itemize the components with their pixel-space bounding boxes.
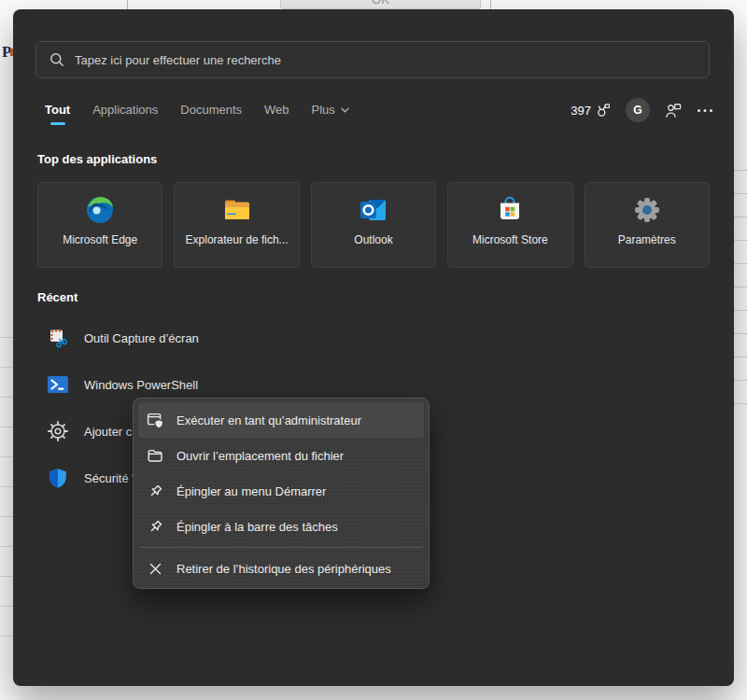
context-menu: Exécuter en tant qu’administrateur Ouvri… <box>133 398 430 589</box>
menu-item-remove-from-history[interactable]: Retirer de l’historique des périphérique… <box>138 551 424 586</box>
remove-x-icon <box>147 560 164 578</box>
background-table-rows <box>734 147 747 418</box>
recent-item-snipping-tool[interactable]: Outil Capture d’écran <box>37 315 439 360</box>
more-options-icon[interactable] <box>697 108 713 113</box>
section-title-recent: Récent <box>37 290 78 304</box>
chevron-down-icon <box>341 107 349 113</box>
menu-item-label: Épingler au menu Démarrer <box>176 484 326 498</box>
app-tile-label: Outlook <box>354 233 392 246</box>
tab-web[interactable]: Web <box>264 103 289 117</box>
run-as-admin-icon <box>147 412 164 429</box>
section-title-top-apps: Top des applications <box>37 152 157 166</box>
pin-icon <box>147 518 164 536</box>
snipping-tool-icon <box>47 327 69 349</box>
account-avatar[interactable]: G <box>626 98 650 122</box>
recent-item-label: Ajouter c <box>84 425 132 439</box>
menu-item-pin-to-taskbar[interactable]: Épingler à la barre des tâches <box>138 509 424 544</box>
app-tile-label: Paramètres <box>618 233 676 246</box>
edge-icon <box>85 195 115 225</box>
recent-item-label: Windows PowerShell <box>84 378 198 392</box>
gear-outline-icon <box>47 420 69 442</box>
menu-divider <box>140 547 422 548</box>
rewards-medal-icon <box>596 103 612 118</box>
powershell-icon <box>47 373 69 396</box>
menu-item-label: Retirer de l’historique des périphérique… <box>176 562 391 576</box>
outlook-icon <box>359 195 388 225</box>
pin-icon <box>147 483 164 500</box>
header-right-cluster: 397 G <box>571 97 713 123</box>
tab-plus[interactable]: Plus <box>312 103 349 117</box>
microsoft-store-icon <box>495 195 525 225</box>
file-explorer-folder-icon <box>222 195 252 225</box>
settings-gear-icon <box>632 195 662 225</box>
tab-applications[interactable]: Applications <box>92 103 158 117</box>
app-tile-label: Explorateur de fich... <box>186 233 289 246</box>
search-box[interactable] <box>35 41 710 78</box>
app-tile-parametres[interactable]: Paramètres <box>585 182 710 268</box>
app-tile-label: Microsoft Store <box>472 233 548 246</box>
search-input[interactable] <box>75 53 696 67</box>
open-file-location-icon <box>147 447 164 465</box>
ok-button[interactable]: OK <box>280 0 481 9</box>
recent-item-label: Outil Capture d’écran <box>84 331 199 345</box>
tab-documents[interactable]: Documents <box>180 103 242 117</box>
menu-item-label: Ouvrir l’emplacement du fichier <box>176 449 344 463</box>
menu-item-label: Épingler à la barre des tâches <box>176 520 338 534</box>
menu-item-open-file-location[interactable]: Ouvrir l’emplacement du fichier <box>138 438 424 473</box>
search-icon <box>49 52 64 67</box>
menu-item-label: Exécuter en tant qu’administrateur <box>176 413 361 427</box>
menu-item-pin-to-start[interactable]: Épingler au menu Démarrer <box>138 473 424 509</box>
background-table-rows <box>0 308 13 644</box>
top-apps-grid: Microsoft Edge Explorateur de fich... <box>37 182 710 268</box>
app-tile-outlook[interactable]: Outlook <box>311 182 436 268</box>
rewards-counter[interactable]: 397 <box>571 103 612 118</box>
security-shield-icon <box>47 467 69 489</box>
app-tile-label: Microsoft Edge <box>63 233 137 246</box>
menu-item-run-as-admin[interactable]: Exécuter en tant qu’administrateur <box>138 402 424 438</box>
person-chat-icon[interactable] <box>664 102 683 119</box>
tab-tout[interactable]: Tout <box>45 103 70 117</box>
app-tile-microsoft-store[interactable]: Microsoft Store <box>447 182 572 268</box>
app-tile-microsoft-edge[interactable]: Microsoft Edge <box>37 182 162 268</box>
app-tile-file-explorer[interactable]: Explorateur de fich... <box>174 182 299 268</box>
search-filter-tabs: Tout Applications Documents Web Plus <box>45 103 349 117</box>
